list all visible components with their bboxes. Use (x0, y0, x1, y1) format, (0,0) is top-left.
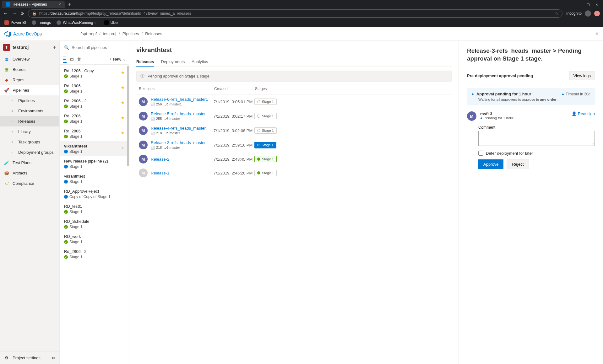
user-avatar-icon[interactable] (594, 11, 600, 16)
nav-item-repos[interactable]: ◆Repos (0, 75, 59, 85)
nav-item-compliance[interactable]: 🛡Compliance (0, 178, 59, 189)
pipeline-item[interactable]: Rd_2806✓Stage 1★ (60, 126, 129, 141)
view-logs-button[interactable]: View logs (569, 71, 595, 80)
stage-chip[interactable]: ⟳Stage 1 (254, 142, 276, 148)
stage-chip[interactable]: Stage 1 (254, 170, 277, 176)
bookmark-item[interactable]: WhatWasRunning -... (57, 20, 99, 25)
pipeline-item[interactable]: RD_Schedule✓Stage 1 (60, 217, 129, 232)
pipeline-search[interactable]: 🔍 (60, 41, 129, 54)
release-avatar: M (139, 141, 148, 149)
release-name-link[interactable]: Release-6-refs_heads_master1 (151, 97, 214, 102)
release-name-link[interactable]: Release-1 (151, 171, 214, 175)
project-settings-link[interactable]: ⚙ Project settings ≪ (0, 351, 59, 364)
browser-tab[interactable]: Releases - Pipelines × (2, 1, 65, 8)
reject-button[interactable]: Reject (507, 159, 529, 169)
brand-label[interactable]: Azure DevOps (13, 31, 42, 36)
forward-button[interactable]: → (12, 11, 17, 16)
nav-item-pipelines[interactable]: 🚀Pipelines (0, 85, 59, 95)
add-project-icon[interactable]: + (53, 44, 56, 51)
pipeline-item[interactable]: Rd_2806 - 2✓Stage 1 (60, 247, 129, 262)
comment-textarea[interactable] (478, 131, 595, 146)
release-row[interactable]: M Release-3-refs_heads_master📊 218⎇ mast… (136, 138, 452, 152)
new-pipeline-button[interactable]: + New ⌄ (109, 57, 126, 62)
tab-analytics[interactable]: Analytics (192, 57, 208, 67)
favorite-star-icon[interactable]: ★ (121, 131, 125, 135)
nav-icon: 📦 (4, 170, 9, 176)
minimize-icon[interactable]: — (577, 2, 581, 7)
favorite-star-icon[interactable]: ★ (121, 146, 125, 150)
stage-chip[interactable]: Stage 1 (254, 156, 277, 162)
close-window-icon[interactable]: × (595, 2, 598, 7)
favorite-star-icon[interactable]: ★ (121, 100, 125, 105)
star-icon[interactable]: ☆ (555, 11, 558, 16)
maximize-icon[interactable]: ◻ (586, 2, 590, 7)
pipeline-item[interactable]: RD_work✓Stage 1 (60, 232, 129, 247)
tab-releases[interactable]: Releases (136, 57, 154, 67)
delete-icon[interactable]: 🗑 (77, 57, 81, 62)
pipeline-item[interactable]: Rd_1206 - Copy✓Stage 1★ (60, 66, 129, 81)
defer-checkbox[interactable] (478, 151, 483, 156)
nav-sub-icon: ▫ (9, 108, 15, 114)
crumb[interactable]: tfspf-rmpf (79, 31, 97, 36)
release-name-link[interactable]: Release-5-refs_heads_master (151, 111, 214, 116)
crumb[interactable]: Pipelines (122, 31, 139, 36)
favorite-star-icon[interactable]: ★ (121, 115, 125, 120)
release-row[interactable]: M Release-6-refs_heads_master1📊 256⎇ mas… (136, 94, 452, 109)
release-name-link[interactable]: Release-4-refs_heads_master (151, 126, 214, 131)
pipeline-item[interactable]: Rd_2606 - 2✓Stage 1★ (60, 96, 129, 111)
collapse-nav-icon[interactable]: ≪ (51, 356, 56, 360)
new-tab-button[interactable]: + (68, 1, 71, 8)
nav-item-artifacts[interactable]: 📦Artifacts (0, 168, 59, 178)
project-selector[interactable]: T testproj + (0, 41, 59, 54)
bookmark-item[interactable]: Uber (104, 20, 119, 25)
address-bar[interactable]: 🔒 https://dev.azure.com/tfspf-rmpf/testp… (28, 9, 562, 18)
release-row[interactable]: M Release-2 7/1/2019, 2:48:45 PM Stage 1 (136, 152, 452, 166)
favorite-star-icon[interactable]: ★ (121, 85, 125, 90)
stage-chip[interactable]: Stage 1 (254, 113, 277, 119)
release-row[interactable]: M Release-5-refs_heads_master📊 255⎇ mast… (136, 109, 452, 123)
release-row[interactable]: M Release-4-refs_heads_master📊 218⎇ mast… (136, 123, 452, 138)
nav-sub-releases[interactable]: ▫Releases (0, 116, 59, 126)
releases-table-header: Releases Created Stages (136, 83, 452, 94)
list-view-icon[interactable]: ☰ (63, 56, 67, 63)
search-input[interactable] (72, 45, 125, 50)
pipeline-item[interactable]: Rd_1906✓Stage 1★ (60, 81, 129, 96)
favorite-star-icon[interactable]: ★ (121, 70, 125, 75)
close-panel-button[interactable]: × (595, 30, 599, 37)
pipeline-item[interactable]: vikranthtestiStage 1 (60, 171, 129, 186)
pipeline-item[interactable]: RD_testf1✓Stage 1 (60, 201, 129, 217)
pipeline-item[interactable]: RD_ApproveRejectiCopy of Copy of Stage 1 (60, 186, 129, 201)
nav-label: Compliance (13, 181, 34, 186)
defer-checkbox-row[interactable]: Defer deployment for later (478, 151, 595, 156)
reload-button[interactable]: ⟳ (21, 11, 24, 16)
nav-sub-library[interactable]: ▫Library (0, 126, 59, 137)
page-title: vikranthtest (136, 46, 452, 54)
approve-button[interactable]: Approve (478, 159, 503, 169)
nav-sub-environments[interactable]: ▫Environments (0, 106, 59, 116)
bookmark-item[interactable]: Power BI (4, 20, 26, 25)
nav-item-test-plans[interactable]: 🧪Test Plans (0, 158, 59, 168)
folder-view-icon[interactable]: 🗀 (70, 57, 74, 62)
tab-deployments[interactable]: Deployments (161, 57, 185, 67)
release-name-link[interactable]: Release-3-refs_heads_master (151, 140, 214, 145)
release-row[interactable]: M Release-1 7/1/2019, 2:46:28 PM Stage 1 (136, 166, 452, 180)
nav-sub-pipelines[interactable]: ▫Pipelines (0, 95, 59, 106)
bookmark-item[interactable]: Timings (32, 20, 51, 25)
stage-chip[interactable]: Stage 1 (254, 99, 277, 105)
scrollbar[interactable] (127, 66, 129, 166)
pipeline-item[interactable]: Rd_2706✓Stage 1★ (60, 111, 129, 126)
nav-item-boards[interactable]: ▦Boards (0, 64, 59, 75)
reassign-link[interactable]: 👤Reassign (572, 111, 595, 116)
back-button[interactable]: ← (3, 11, 8, 16)
nav-item-overview[interactable]: ▦Overview (0, 54, 59, 64)
release-name-link[interactable]: Release-2 (151, 157, 214, 162)
crumb[interactable]: testproj (103, 31, 117, 36)
nav-sub-task-groups[interactable]: ▫Task groups (0, 137, 59, 147)
crumb[interactable]: Releases (145, 31, 162, 36)
incognito-icon[interactable] (585, 10, 591, 17)
nav-sub-deployment-groups[interactable]: ▫Deployment groups (0, 147, 59, 158)
close-tab-icon[interactable]: × (59, 2, 61, 7)
stage-chip[interactable]: Stage 1 (254, 127, 277, 134)
pipeline-item[interactable]: vikranthtestiStage 1★ (60, 141, 129, 156)
pipeline-item[interactable]: New release pipeline (2)iStage 1 (60, 156, 129, 171)
